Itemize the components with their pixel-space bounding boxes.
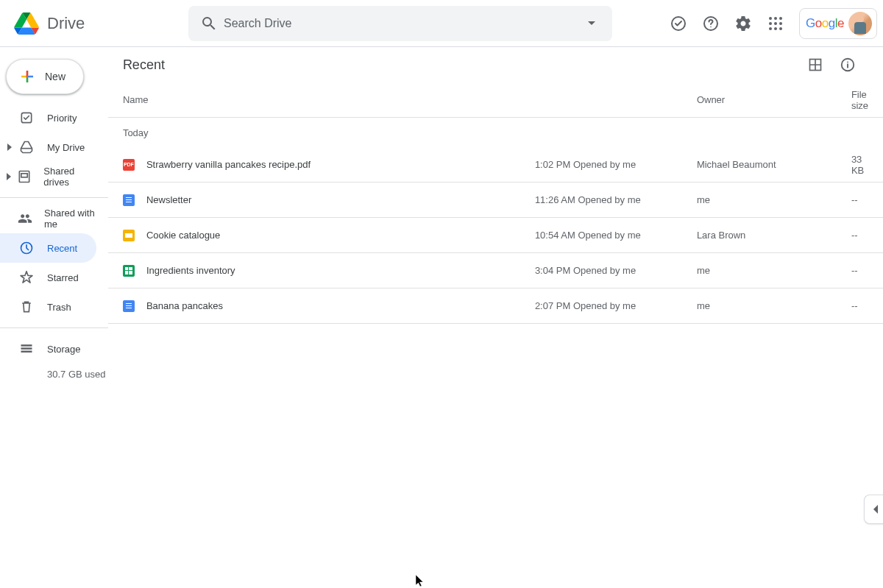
help-icon[interactable]: [696, 9, 726, 38]
svg-point-2: [710, 26, 712, 27]
info-icon[interactable]: [833, 50, 862, 79]
svg-point-3: [769, 17, 772, 20]
table-row[interactable]: Banana pancakes 2:07 PM Opened by me me …: [108, 288, 883, 324]
svg-point-8: [779, 22, 782, 25]
grid-view-icon[interactable]: [801, 50, 830, 79]
new-button-label: New: [45, 71, 65, 82]
file-size: --: [851, 300, 868, 311]
table-header: Name Owner File size: [108, 82, 883, 118]
file-size: --: [851, 265, 868, 276]
sidebar-item-storage[interactable]: Storage: [0, 334, 96, 364]
column-owner[interactable]: Owner: [697, 94, 851, 105]
sidebar-item-label: Recent: [47, 243, 77, 254]
svg-rect-16: [21, 344, 32, 347]
doc-file-icon: [123, 300, 135, 312]
main-content: Recent Name Owner File size Today PDFStr…: [108, 47, 883, 588]
nav-storage: Storage: [0, 334, 108, 364]
priority-icon: [18, 109, 35, 127]
user-avatar: [848, 12, 872, 35]
chevron-right-icon[interactable]: [3, 173, 16, 180]
search-options-dropdown-icon[interactable]: [577, 9, 606, 38]
apps-grid-icon[interactable]: [761, 9, 790, 38]
storage-used-label: 30.7 GB used: [0, 364, 108, 384]
divider: [0, 327, 108, 328]
sidebar-item-shared-with-me[interactable]: Shared with me: [0, 204, 96, 233]
account-switcher[interactable]: Google: [799, 8, 877, 39]
sidebar-item-label: Storage: [47, 344, 81, 355]
side-panel-toggle[interactable]: [864, 495, 883, 524]
sidebar-item-priority[interactable]: Priority: [0, 103, 96, 132]
sidebar-item-label: Shared drives: [43, 166, 96, 188]
file-owner: me: [697, 194, 851, 205]
file-name: Cookie catalogue: [146, 230, 220, 241]
svg-point-10: [774, 27, 777, 30]
sidebar-item-starred[interactable]: Starred: [0, 263, 96, 292]
product-name: Drive: [47, 14, 85, 33]
svg-point-11: [779, 27, 782, 30]
sidebar-item-label: Starred: [47, 272, 79, 283]
sidebar-item-trash[interactable]: Trash: [0, 292, 96, 322]
svg-rect-17: [21, 347, 32, 350]
file-name: Strawberry vanilla pancakes recipe.pdf: [146, 159, 311, 170]
settings-gear-icon[interactable]: [728, 9, 758, 38]
sidebar-item-label: My Drive: [47, 142, 85, 153]
storage-icon: [18, 340, 35, 358]
page-header: Recent: [108, 47, 883, 82]
table-row[interactable]: Newsletter 11:26 AM Opened by me me --: [108, 183, 883, 218]
file-size: 33 KB: [851, 154, 868, 176]
new-button[interactable]: New: [6, 59, 84, 94]
sidebar-item-label: Shared with me: [44, 208, 96, 230]
file-owner: me: [697, 265, 851, 276]
svg-point-9: [769, 27, 772, 30]
svg-point-6: [769, 22, 772, 25]
file-table: Name Owner File size Today PDFStrawberry…: [108, 82, 883, 324]
chevron-right-icon[interactable]: [3, 144, 18, 151]
trash-icon: [18, 298, 35, 316]
svg-point-7: [774, 22, 777, 25]
svg-rect-18: [21, 351, 32, 353]
search-input[interactable]: [224, 17, 577, 30]
svg-point-4: [774, 17, 777, 20]
people-icon: [18, 210, 32, 227]
clock-icon: [18, 239, 35, 257]
drive-logo-icon: [12, 9, 41, 38]
nav-secondary: Shared with me Recent Starred Trash: [0, 204, 108, 322]
logo-area[interactable]: Drive: [12, 9, 188, 38]
sidebar-item-label: Trash: [47, 302, 71, 313]
file-owner: me: [697, 300, 851, 311]
chevron-left-icon: [872, 505, 878, 514]
file-last-action: 2:07 PM Opened by me: [535, 300, 697, 311]
my-drive-icon: [18, 138, 35, 156]
section-header: Today: [108, 118, 883, 147]
file-owner: Michael Beaumont: [697, 159, 851, 170]
nav-primary: Priority My Drive Shared drives: [0, 103, 108, 191]
sidebar-item-my-drive[interactable]: My Drive: [0, 132, 96, 162]
file-name: Banana pancakes: [146, 300, 223, 311]
sidebar-item-recent[interactable]: Recent: [0, 233, 96, 263]
file-owner: Lara Brown: [697, 230, 851, 241]
file-size: --: [851, 194, 868, 205]
slides-file-icon: [123, 230, 135, 241]
doc-file-icon: [123, 194, 135, 206]
sidebar-item-label: Priority: [47, 113, 77, 124]
sidebar-item-shared-drives[interactable]: Shared drives: [0, 162, 96, 191]
app-header: Drive Google: [0, 0, 883, 47]
column-file-size[interactable]: File size: [851, 89, 868, 111]
sheets-file-icon: [123, 265, 135, 277]
search-icon[interactable]: [194, 9, 224, 38]
ready-offline-icon[interactable]: [664, 9, 693, 38]
file-size: --: [851, 230, 868, 241]
file-name: Newsletter: [146, 194, 191, 205]
shared-drives-icon: [16, 168, 32, 185]
table-row[interactable]: Cookie catalogue 10:54 AM Opened by me L…: [108, 218, 883, 253]
svg-rect-14: [21, 174, 26, 177]
pdf-file-icon: PDF: [123, 159, 135, 171]
column-name[interactable]: Name: [123, 94, 535, 105]
file-last-action: 1:02 PM Opened by me: [535, 159, 697, 170]
svg-point-21: [847, 61, 848, 63]
search-box[interactable]: [188, 6, 612, 41]
table-row[interactable]: PDFStrawberry vanilla pancakes recipe.pd…: [108, 147, 883, 183]
table-row[interactable]: Ingredients inventory 3:04 PM Opened by …: [108, 253, 883, 288]
file-last-action: 3:04 PM Opened by me: [535, 265, 697, 276]
svg-point-5: [779, 17, 782, 20]
